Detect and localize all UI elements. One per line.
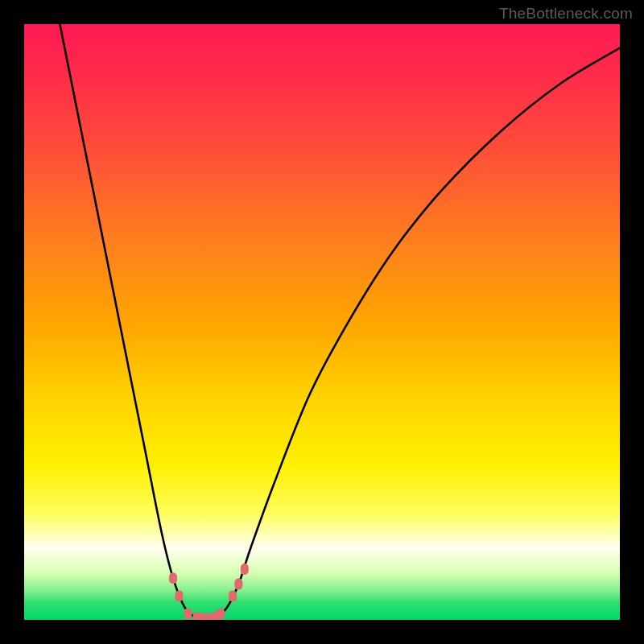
chart-frame: TheBottleneck.com <box>0 0 644 644</box>
curve-marker <box>217 609 225 620</box>
curve-markers <box>169 564 249 620</box>
curve-svg <box>24 24 620 620</box>
curve-marker <box>184 609 192 620</box>
plot-area <box>24 24 620 620</box>
curve-marker <box>175 590 183 601</box>
bottleneck-curve <box>60 24 620 620</box>
curve-marker <box>241 564 249 575</box>
curve-marker <box>169 572 177 584</box>
curve-marker <box>234 579 242 590</box>
curve-marker <box>229 590 237 601</box>
attribution-text: TheBottleneck.com <box>499 5 633 23</box>
